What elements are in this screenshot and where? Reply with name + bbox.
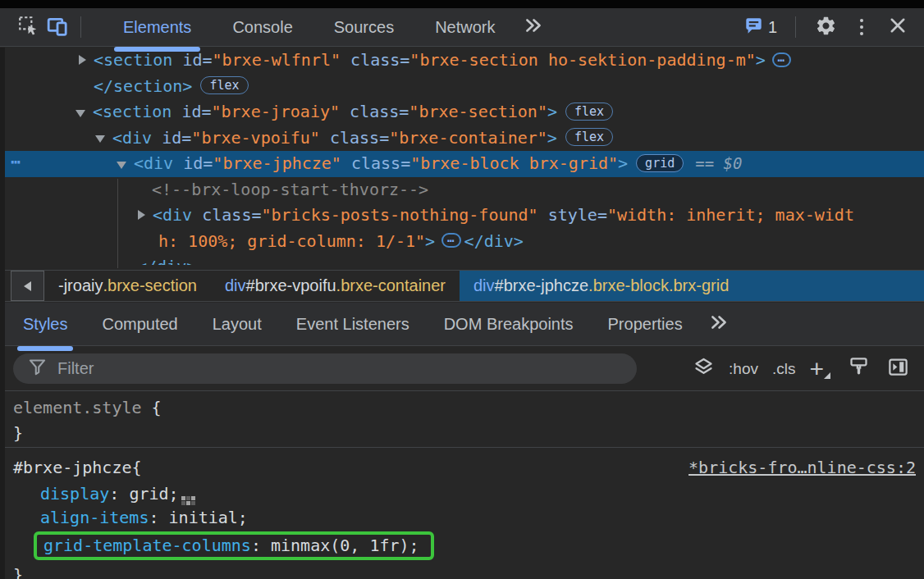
css-declaration[interactable]: display: grid; (0, 482, 924, 506)
element-style-selector[interactable]: element.style (13, 398, 142, 417)
collapse-panel-button[interactable] (887, 356, 909, 381)
css-property-name[interactable]: align-items (40, 508, 149, 527)
code-token: "brxe-jroaiy" (212, 102, 341, 121)
css-declaration[interactable]: grid-template-columns: minmax(0, 1fr); (0, 530, 924, 563)
toggle-element-state-button[interactable]: :hov (729, 360, 758, 378)
grid-editor-icon[interactable] (181, 496, 195, 505)
tree-row[interactable]: <!--brx-loop-start-thvorz--> (0, 177, 924, 203)
css-property-name[interactable]: grid-template-columns (43, 536, 251, 555)
breadcrumb-token: .brxe-container (336, 276, 446, 295)
tree-row[interactable]: <section id="brxe-jroaiy" class="brxe-se… (0, 99, 924, 125)
code-token: "width: inherit; max-widt (607, 205, 854, 225)
breadcrumb-item[interactable]: -jroaiy.brxe-section (44, 271, 211, 301)
breadcrumb-bar: -jroaiy.brxe-sectiondiv#brxe-vpoifu.brxe… (0, 270, 924, 302)
tab-properties[interactable]: Properties (591, 303, 700, 345)
flex-badge[interactable]: flex (200, 76, 248, 94)
code-token: > (425, 231, 435, 251)
collapse-arrow-icon[interactable] (95, 135, 105, 143)
expand-inline-icon[interactable]: ⋯ (772, 52, 791, 67)
settings-button[interactable] (811, 12, 840, 42)
styles-toolbar-icons: :hov .cls + (693, 356, 909, 381)
inspect-cursor-icon (17, 15, 39, 39)
styles-filter-toolbar: :hov .cls + (0, 347, 924, 391)
css-declaration[interactable]: align-items: initial; (0, 506, 924, 530)
main-tabs: ElementsConsoleSourcesNetwork (103, 8, 516, 46)
inspect-element-button[interactable] (13, 12, 43, 42)
funnel-filter-icon (28, 358, 47, 380)
code-token: "bricks-posts-nothing-found" (261, 205, 537, 225)
tree-row[interactable]: h: 100%; grid-column: 1/-1">⋯</div> (0, 229, 924, 255)
code-token: <div (134, 153, 183, 173)
tab-network[interactable]: Network (414, 8, 515, 46)
css-property-value[interactable]: grid (129, 484, 168, 504)
tree-row[interactable]: <div id="brxe-vpoifu" class="brxe-contai… (0, 125, 924, 152)
code-token: </section> (94, 76, 192, 96)
collapse-arrow-icon[interactable] (117, 162, 126, 169)
breadcrumb-item[interactable]: div#brxe-vpoifu.brxe-container (211, 271, 460, 301)
code-token: "brxe-container" (389, 128, 547, 148)
tree-row[interactable]: <div class="bricks-posts-nothing-found" … (0, 203, 924, 229)
expand-arrow-icon[interactable] (138, 210, 145, 220)
issues-button[interactable]: 1 (741, 16, 780, 39)
toolbar-divider (80, 16, 81, 38)
css-property-name[interactable]: display (40, 484, 109, 504)
flex-badge[interactable]: flex (565, 103, 613, 121)
css-rule-selector[interactable]: #brxe-jphcze (13, 457, 132, 478)
css-rule-section: #brxe-jphcze { *bricks-fro…nline-css:2 d… (0, 448, 924, 579)
code-token: "brxe-jphcze" (213, 153, 341, 173)
tab-dom-breakpoints[interactable]: DOM Breakpoints (427, 303, 591, 345)
device-toolbar-toggle-button[interactable] (43, 12, 72, 42)
code-token (320, 128, 330, 148)
breadcrumb-token: #brxe-jphcze (495, 276, 589, 295)
toolbar-right-cluster: 1 (741, 12, 913, 42)
grid-badge[interactable]: grid (636, 154, 684, 172)
breadcrumb-token: .brxe-section (103, 276, 197, 295)
breadcrumb-token: #brxe-vpoifu (246, 276, 336, 295)
tab-styles[interactable]: Styles (6, 303, 85, 345)
more-options-button[interactable] (847, 12, 876, 42)
more-panels-button[interactable] (523, 16, 544, 38)
devtools-main-toolbar: ElementsConsoleSourcesNetwork 1 (0, 8, 924, 47)
device-toolbar-icon (46, 14, 69, 40)
more-styles-tabs-button[interactable] (708, 303, 730, 345)
element-style-section[interactable]: element.style { } (0, 392, 924, 448)
more-actions-icon[interactable]: ⋯ (11, 149, 22, 176)
tab-console[interactable]: Console (212, 8, 313, 46)
breadcrumb-list: -jroaiy.brxe-sectiondiv#brxe-vpoifu.brxe… (44, 271, 924, 301)
tree-row[interactable]: </section>flex (0, 74, 924, 100)
cascade-layers-button[interactable] (693, 356, 715, 381)
css-property-value[interactable]: initial (169, 508, 238, 527)
breadcrumb-item[interactable]: div#brxe-jphcze.brxe-block.brx-grid (460, 271, 924, 301)
tab-event-listeners[interactable]: Event Listeners (279, 303, 427, 345)
code-token: id= (181, 102, 211, 121)
code-token: id= (162, 128, 191, 148)
tree-row[interactable]: </div> (0, 254, 924, 265)
tree-row[interactable]: ⋯<div id="brxe-jphcze" class="brxe-block… (0, 151, 924, 177)
tab-layout[interactable]: Layout (195, 303, 279, 345)
element-classes-button[interactable]: .cls (772, 360, 796, 378)
expand-arrow-icon[interactable] (79, 55, 86, 65)
css-property-value[interactable]: minmax(0, 1fr) (271, 536, 409, 555)
code-token (341, 153, 351, 173)
code-token: "brxe-wlfnrl" (213, 50, 341, 70)
code-token (340, 102, 350, 121)
breadcrumb-token: div (225, 276, 246, 295)
breadcrumb-back-button[interactable] (11, 271, 44, 301)
toolbar-divider (795, 16, 796, 38)
styles-filter-input[interactable] (57, 359, 625, 378)
issues-message-icon (744, 16, 763, 39)
tab-computed[interactable]: Computed (85, 303, 194, 345)
rendering-emulation-button[interactable] (848, 356, 870, 381)
expand-inline-icon[interactable]: ⋯ (441, 233, 460, 248)
stylesheet-source-link[interactable]: *bricks-fro…nline-css:2 (688, 457, 916, 478)
styles-filter-field[interactable] (13, 353, 637, 384)
highlight-box: grid-template-columns: minmax(0, 1fr); (34, 531, 434, 560)
flex-badge[interactable]: flex (565, 128, 613, 146)
tab-sources[interactable]: Sources (313, 8, 414, 46)
code-token: <div (153, 205, 202, 225)
collapse-arrow-icon[interactable] (75, 110, 85, 117)
close-devtools-button[interactable] (883, 12, 913, 42)
new-style-rule-button[interactable]: + (809, 358, 829, 380)
tab-elements[interactable]: Elements (103, 8, 212, 46)
code-token (538, 205, 548, 225)
